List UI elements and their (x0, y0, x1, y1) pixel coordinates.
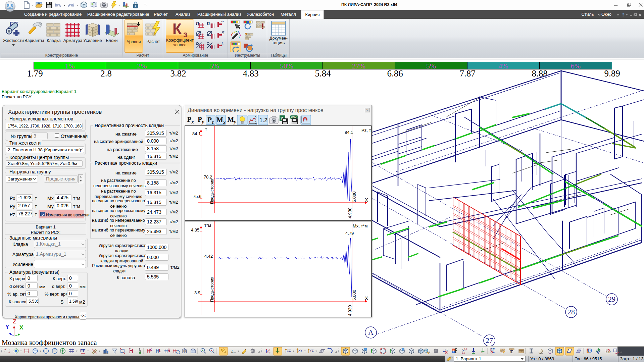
svg-text:28: 28 (567, 308, 575, 316)
svg-text:XY: XY (298, 349, 302, 352)
svg-text:XZ: XZ (287, 349, 291, 352)
svg-text:75.6: 75.6 (193, 194, 201, 199)
svg-text:n: n (196, 20, 199, 26)
svg-text:Z: Z (13, 319, 16, 325)
svg-text:X: X (365, 295, 368, 301)
svg-text:2: 2 (453, 349, 454, 351)
svg-text:1.2: 1.2 (464, 348, 467, 350)
svg-text:5.000: 5.000 (352, 191, 357, 202)
svg-text:**: ** (221, 20, 224, 24)
svg-text:5.000: 5.000 (352, 290, 357, 301)
svg-text:n: n (207, 20, 210, 26)
svg-text:1: 1 (255, 121, 257, 124)
svg-text:4.930: 4.930 (347, 305, 352, 316)
svg-text:YZ: YZ (310, 349, 314, 352)
svg-text:Pz, т: Pz, т (361, 128, 371, 133)
svg-text:4.930: 4.930 (347, 207, 352, 218)
svg-text:L: L (231, 349, 234, 354)
svg-text:Предыстория: Предыстория (210, 277, 214, 302)
svg-text:1.2: 1.2 (462, 352, 465, 354)
svg-text:Mx, т*м: Mx, т*м (353, 223, 368, 228)
svg-text:27: 27 (486, 336, 493, 345)
svg-text:3.9: 3.9 (194, 290, 200, 295)
svg-text:4.85: 4.85 (191, 227, 199, 232)
svg-text:4.79: 4.79 (345, 231, 354, 236)
svg-text:т*м: т*м (204, 223, 211, 228)
svg-text:84.1: 84.1 (345, 130, 353, 135)
svg-text:Y: Y (5, 324, 9, 330)
svg-text:29: 29 (608, 295, 615, 303)
svg-text:X: X (365, 197, 368, 203)
svg-text:S: S (221, 30, 225, 35)
svg-text:EF: EF (80, 349, 85, 353)
svg-text:EF: EF (490, 348, 495, 352)
svg-text:?: ? (622, 13, 625, 17)
svg-text:К: К (172, 20, 182, 37)
svg-text:Предыстория: Предыстория (210, 179, 214, 204)
svg-text:1: 1 (481, 351, 483, 354)
svg-text:т: т (205, 126, 207, 132)
svg-text:2: 2 (255, 116, 257, 120)
svg-text:з: з (183, 29, 188, 38)
svg-text:CSV: CSV (291, 116, 297, 119)
svg-text:78.2: 78.2 (204, 174, 212, 179)
svg-text:84.1: 84.1 (192, 131, 201, 136)
svg-text:4.42: 4.42 (204, 254, 213, 259)
svg-text:1.2: 1.2 (259, 117, 267, 123)
svg-text:A: A (368, 328, 374, 337)
svg-text:12: 12 (608, 351, 611, 353)
svg-text:L: L (221, 41, 224, 46)
svg-text:X: X (19, 324, 23, 331)
svg-text:6: 6 (453, 351, 454, 353)
svg-text:12: 12 (445, 348, 448, 352)
